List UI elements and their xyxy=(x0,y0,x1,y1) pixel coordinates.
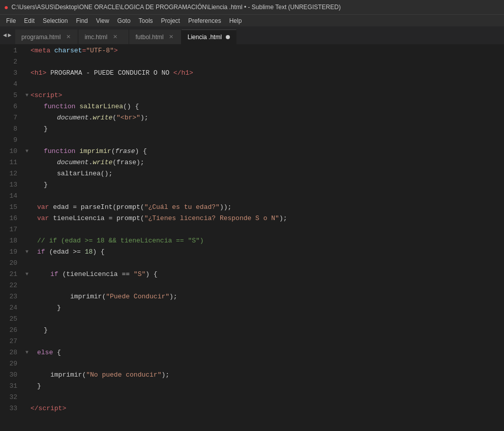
title-bar: ● C:\Users\ASUS\Desktop\ONE ORACLE\LOGIC… xyxy=(0,0,504,14)
menu-file[interactable]: File xyxy=(2,16,20,25)
code-line-8: } xyxy=(23,124,504,135)
ln-32: 32 xyxy=(0,392,17,403)
tab-nav-left[interactable]: ◄ xyxy=(3,32,7,39)
code-line-18: // if (edad >= 18 && tieneLicencia == "S… xyxy=(23,235,504,247)
code-line-22 xyxy=(23,280,504,291)
tab-unsaved-dot xyxy=(226,35,230,39)
code-line-21: ▼ if (tieneLicencia == "S") { xyxy=(23,269,504,280)
ln-15: 15 xyxy=(0,202,17,213)
code-line-10: ▼ function imprimir(frase) { xyxy=(23,146,504,157)
ln-2: 2 xyxy=(0,56,17,68)
code-line-19: ▼ if (edad >= 18) { xyxy=(23,247,504,258)
menu-bar: File Edit Selection Find View Goto Tools… xyxy=(0,14,504,26)
code-line-17 xyxy=(23,224,504,235)
tab-imc[interactable]: imc.html ✕ xyxy=(78,29,129,44)
ln-27: 27 xyxy=(0,336,17,347)
ln-33: 33 xyxy=(0,403,17,414)
ln-16: 16 xyxy=(0,213,17,224)
code-line-29 xyxy=(23,358,504,370)
line-numbers: 1 2 3 4 5 6 7 8 9 10 11 12 13 14 15 16 1… xyxy=(0,44,21,431)
code-line-16: var tieneLicencia = prompt("¿Tienes lice… xyxy=(23,213,504,224)
code-line-33: </script> xyxy=(23,403,504,414)
code-line-31: } xyxy=(23,381,504,392)
code-line-2 xyxy=(23,56,504,68)
tab-label: futbol.html xyxy=(135,34,163,41)
ln-3: 3 xyxy=(0,68,17,79)
ln-23: 23 xyxy=(0,291,17,302)
code-line-11: document.write(frase); xyxy=(23,157,504,168)
tab-liencia[interactable]: Liencia .html xyxy=(182,29,236,44)
ln-18: 18 xyxy=(0,235,17,247)
ln-10: 10 xyxy=(0,146,17,157)
code-line-30: imprimir("No puede conducir"); xyxy=(23,370,504,381)
ln-17: 17 xyxy=(0,224,17,235)
menu-help[interactable]: Help xyxy=(225,16,246,25)
code-content[interactable]: <meta charset="UTF-8"> <h1> PROGRAMA - P… xyxy=(21,44,504,431)
code-line-12: saltarLinea(); xyxy=(23,168,504,179)
code-line-32 xyxy=(23,392,504,403)
code-line-9 xyxy=(23,135,504,146)
ln-30: 30 xyxy=(0,370,17,381)
ln-13: 13 xyxy=(0,179,17,191)
tab-label: programa.html xyxy=(21,34,61,41)
code-line-27 xyxy=(23,336,504,347)
code-line-4 xyxy=(23,79,504,90)
title-text: C:\Users\ASUS\Desktop\ONE ORACLE\LOGICA … xyxy=(11,4,340,11)
code-line-24: } xyxy=(23,302,504,314)
code-line-15: var edad = parseInt(prompt("¿Cuál es tu … xyxy=(23,202,504,213)
tab-bar: ◄ ► programa.html ✕ imc.html ✕ futbol.ht… xyxy=(0,26,504,44)
ln-7: 7 xyxy=(0,112,17,124)
code-line-5: ▼ <script> xyxy=(23,90,504,101)
tab-close-programa[interactable]: ✕ xyxy=(65,34,72,41)
ln-11: 11 xyxy=(0,157,17,168)
menu-edit[interactable]: Edit xyxy=(20,16,39,25)
code-line-26: } xyxy=(23,325,504,336)
menu-view[interactable]: View xyxy=(92,16,113,25)
ln-14: 14 xyxy=(0,191,17,202)
ln-24: 24 xyxy=(0,302,17,314)
tab-nav-right[interactable]: ► xyxy=(8,32,11,39)
menu-find[interactable]: Find xyxy=(72,16,92,25)
ln-20: 20 xyxy=(0,258,17,269)
code-line-3: <h1> PROGRAMA - PUEDE CONDUCIR O NO </h1… xyxy=(23,68,504,79)
tab-close-imc[interactable]: ✕ xyxy=(111,34,118,41)
code-line-20 xyxy=(23,258,504,269)
ln-28: 28 xyxy=(0,347,17,358)
tab-label: Liencia .html xyxy=(188,34,222,41)
menu-project[interactable]: Project xyxy=(157,16,184,25)
tab-futbol[interactable]: futbol.html ✕ xyxy=(129,29,181,44)
ln-22: 22 xyxy=(0,280,17,291)
code-line-25 xyxy=(23,314,504,325)
ln-12: 12 xyxy=(0,168,17,179)
code-area: 1 2 3 4 5 6 7 8 9 10 11 12 13 14 15 16 1… xyxy=(0,44,504,431)
tab-label: imc.html xyxy=(84,34,107,41)
code-line-1: <meta charset="UTF-8"> xyxy=(23,45,504,56)
ln-19: 19 xyxy=(0,247,17,258)
ln-29: 29 xyxy=(0,358,17,370)
code-line-7: document.write("<br>"); xyxy=(23,112,504,124)
code-line-13: } xyxy=(23,179,504,191)
ln-25: 25 xyxy=(0,314,17,325)
ln-21: 21 xyxy=(0,269,17,280)
ln-1: 1 xyxy=(0,45,17,56)
menu-tools[interactable]: Tools xyxy=(135,16,157,25)
app-icon: ● xyxy=(4,3,8,11)
ln-9: 9 xyxy=(0,135,17,146)
tab-close-futbol[interactable]: ✕ xyxy=(168,34,175,41)
code-line-23: imprimir("Puede Conducir"); xyxy=(23,291,504,302)
ln-6: 6 xyxy=(0,101,17,112)
code-line-6: function saltarLinea() { xyxy=(23,101,504,112)
ln-26: 26 xyxy=(0,325,17,336)
ln-5: 5 xyxy=(0,90,17,101)
menu-preferences[interactable]: Preferences xyxy=(184,16,225,25)
ln-8: 8 xyxy=(0,124,17,135)
tab-bar-wrapper: ◄ ► programa.html ✕ imc.html ✕ futbol.ht… xyxy=(0,26,504,44)
menu-selection[interactable]: Selection xyxy=(39,16,72,25)
code-line-28: ▼ else { xyxy=(23,347,504,358)
ln-4: 4 xyxy=(0,79,17,90)
code-line-14 xyxy=(23,191,504,202)
menu-goto[interactable]: Goto xyxy=(113,16,135,25)
ln-31: 31 xyxy=(0,381,17,392)
tab-programa[interactable]: programa.html ✕ xyxy=(15,29,78,44)
